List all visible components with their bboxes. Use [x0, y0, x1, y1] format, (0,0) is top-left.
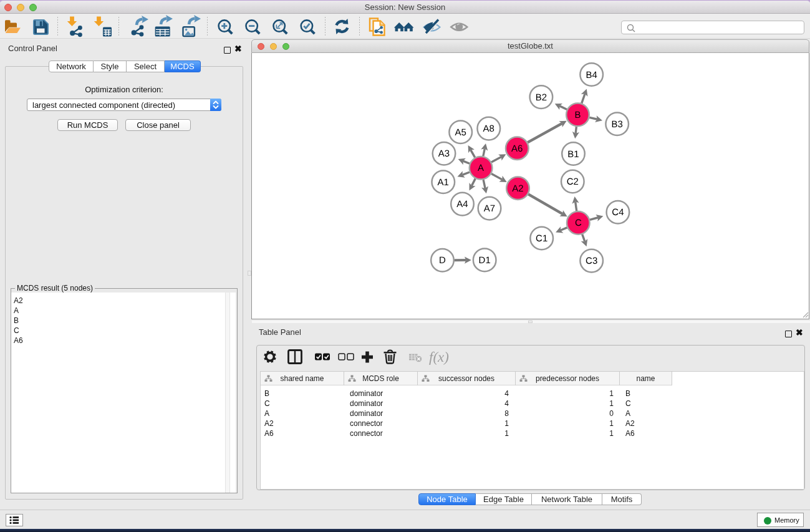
svg-text:C4: C4 [612, 207, 624, 218]
svg-text:A1: A1 [438, 177, 449, 188]
svg-text:A4: A4 [456, 199, 468, 210]
svg-text:A: A [478, 163, 484, 173]
svg-text:C: C [575, 218, 582, 228]
svg-text:A8: A8 [483, 123, 494, 134]
svg-text:B1: B1 [567, 149, 579, 160]
svg-text:D1: D1 [479, 255, 491, 266]
svg-text:C1: C1 [536, 233, 547, 244]
svg-text:D: D [439, 255, 446, 266]
svg-text:A5: A5 [455, 127, 466, 138]
svg-text:f(x): f(x) [429, 349, 449, 365]
svg-text:B: B [574, 110, 581, 120]
svg-text:A6: A6 [511, 143, 523, 154]
svg-text:A2: A2 [512, 183, 523, 194]
svg-text:C3: C3 [586, 256, 597, 266]
svg-text:B3: B3 [612, 119, 623, 130]
svg-text:B2: B2 [536, 92, 547, 103]
svg-text:C2: C2 [567, 177, 579, 187]
svg-text:A7: A7 [484, 203, 495, 214]
svg-text:A3: A3 [438, 148, 450, 159]
svg-text:B4: B4 [586, 70, 597, 80]
